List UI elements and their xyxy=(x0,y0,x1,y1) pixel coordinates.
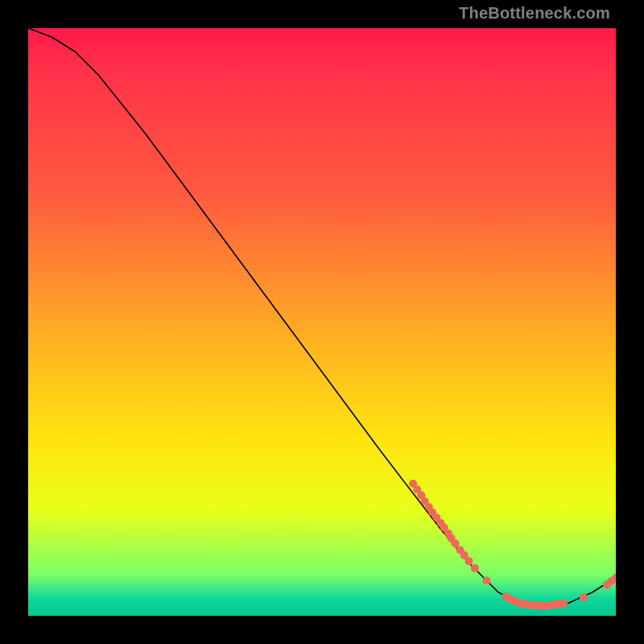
plot-area xyxy=(28,28,616,616)
chart-stage: TheBottleneck.com xyxy=(0,0,644,644)
sample-point xyxy=(580,593,588,601)
bottleneck-curve-line xyxy=(28,28,616,605)
watermark-text: TheBottleneck.com xyxy=(459,5,610,21)
sample-point xyxy=(559,599,568,607)
sample-point xyxy=(465,557,473,565)
chart-svg xyxy=(28,28,616,616)
sample-point xyxy=(471,564,479,572)
sample-point xyxy=(452,539,460,547)
sample-points-group xyxy=(409,480,616,609)
sample-point xyxy=(482,576,490,584)
